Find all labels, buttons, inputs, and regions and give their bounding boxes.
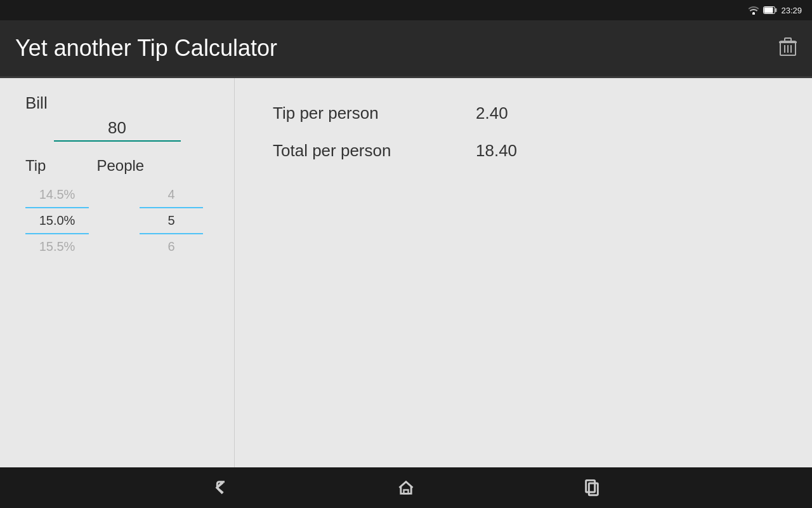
left-panel: Bill 80 Tip People 14.5% 15.0% 15.5%	[0, 78, 235, 467]
svg-rect-2	[775, 8, 777, 12]
bill-value[interactable]: 80	[54, 118, 181, 140]
svg-rect-5	[785, 38, 791, 41]
bill-input-container: 80	[25, 118, 209, 142]
svg-rect-11	[586, 480, 595, 492]
right-panel: Tip per person 2.40 Total per person 18.…	[235, 78, 812, 467]
tip-per-person-label: Tip per person	[273, 104, 450, 123]
total-per-person-value: 18.40	[476, 141, 517, 161]
main-content: Bill 80 Tip People 14.5% 15.0% 15.5%	[0, 78, 812, 467]
app-title: Yet another Tip Calculator	[15, 35, 277, 62]
people-option-0[interactable]: 4	[140, 182, 203, 207]
nav-bar	[0, 467, 812, 508]
battery-icon	[763, 6, 777, 14]
recents-button[interactable]	[573, 475, 611, 500]
status-icons: 23:29	[748, 6, 802, 15]
wifi-icon	[748, 6, 759, 15]
toolbar: Yet another Tip Calculator	[0, 20, 812, 76]
people-column-label: People	[96, 157, 144, 175]
home-button[interactable]	[387, 475, 425, 500]
tip-per-person-value: 2.40	[476, 104, 508, 123]
bill-label: Bill	[25, 93, 209, 113]
svg-rect-12	[589, 483, 598, 495]
svg-rect-10	[403, 490, 408, 494]
tip-per-person-row: Tip per person 2.40	[273, 104, 774, 123]
total-per-person-row: Total per person 18.40	[273, 141, 774, 161]
total-per-person-label: Total per person	[273, 141, 450, 161]
picker-container: 14.5% 15.0% 15.5% 4 5 6	[25, 182, 209, 259]
tip-column-label: Tip	[25, 157, 46, 175]
bill-underline	[54, 140, 181, 142]
status-time: 23:29	[781, 6, 802, 15]
people-option-2[interactable]: 6	[140, 234, 203, 259]
clear-button[interactable]	[779, 36, 797, 61]
people-option-1[interactable]: 5	[140, 208, 203, 233]
people-picker[interactable]: 4 5 6	[140, 182, 203, 259]
columns-header: Tip People	[25, 157, 209, 175]
tip-picker[interactable]: 14.5% 15.0% 15.5%	[25, 182, 89, 259]
back-button[interactable]	[201, 475, 239, 500]
tip-option-1[interactable]: 15.0%	[25, 208, 89, 233]
svg-point-0	[752, 12, 755, 15]
tip-option-0[interactable]: 14.5%	[25, 182, 89, 207]
status-bar: 23:29	[0, 0, 812, 20]
tip-option-2[interactable]: 15.5%	[25, 234, 89, 259]
svg-rect-3	[764, 8, 773, 13]
svg-rect-6	[779, 41, 797, 43]
